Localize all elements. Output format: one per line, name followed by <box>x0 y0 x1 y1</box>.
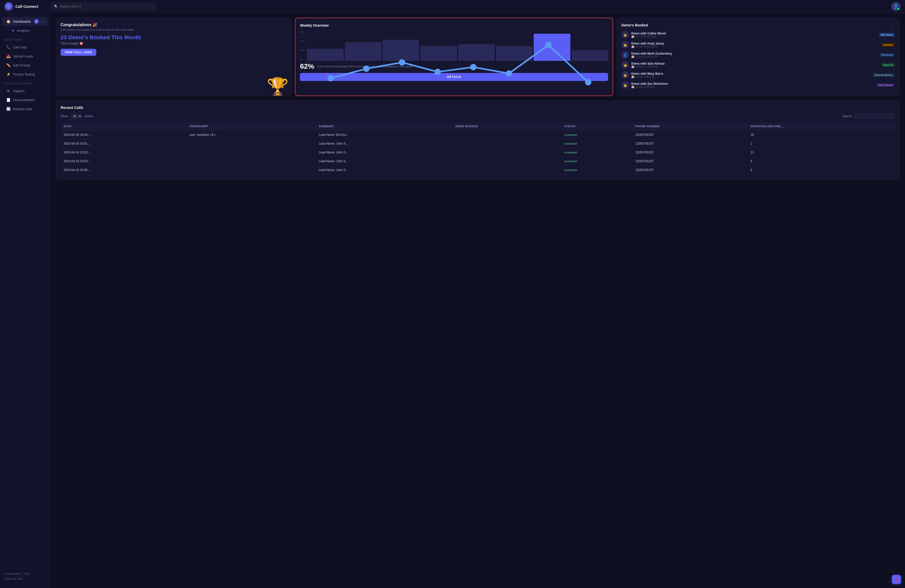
chart-y-labels: 90K 60K 30K 0K <box>300 31 305 61</box>
sidebar-item-call-logs[interactable]: 📞 Call Logs <box>2 43 48 51</box>
details-button[interactable]: DETAILS <box>300 73 608 81</box>
cell-duration-3: 9 <box>747 157 895 166</box>
demos-menu-icon[interactable]: ⋮ <box>890 22 895 28</box>
cell-summary-2: Lead Name: John S... <box>316 148 452 157</box>
call-logs-label: Call Logs <box>13 45 27 49</box>
bottom-right-button[interactable]: ❓ <box>892 575 901 584</box>
demos-title: Demo's Booked <box>621 23 890 27</box>
table-search-input[interactable] <box>854 113 895 119</box>
sidebar: 🏠 Dashboards 1 ▼ Analytics QUICK LINKS 📞… <box>0 13 50 588</box>
chart-bar-2 <box>383 40 419 61</box>
quick-links-label: QUICK LINKS <box>0 35 50 43</box>
demo-tag-3: Open AI <box>882 63 895 67</box>
table-row-0[interactable]: 2023-04-18 19:44:... user: assistant: Hi… <box>60 130 895 139</box>
show-select[interactable]: 10 25 50 <box>70 113 82 119</box>
weekly-header: Weekly Overview ⋮ <box>300 23 608 28</box>
table-header-row: DATE TRANSCRIPT SUMMARY DEMO BOOKED STAT… <box>60 122 895 130</box>
table-row-2[interactable]: 2023-04-19 10:02:... Lead Name: John S..… <box>60 148 895 157</box>
demo-avatar-5: 👨 <box>621 81 629 89</box>
sidebar-item-documentation[interactable]: 📄 Documentation <box>2 95 48 104</box>
cell-duration-1: 1 <box>747 139 895 148</box>
cell-date-0: 2023-04-18 19:44:... <box>60 130 186 139</box>
demo-time-3: 📅21 Jul | 11:30-12:00 <box>631 65 880 68</box>
demo-name-4: Demo with Mary Barra <box>631 72 870 75</box>
chart-bar-0 <box>307 49 343 61</box>
cell-status-4: completed <box>561 166 632 175</box>
sidebar-item-refresh-data[interactable]: 🔄 Refresh Data <box>2 105 48 113</box>
demo-item-2[interactable]: 👤 Demo with Mark Zuckerberg 📅21 Jul | 10… <box>621 51 895 59</box>
demo-item-3[interactable]: 🧑 Demo with Sam Altman 📅21 Jul | 11:30-1… <box>621 61 895 69</box>
cell-summary-3: Lead Name: John S... <box>316 157 452 166</box>
table-row-3[interactable]: 2023-04-19 10:03:... Lead Name: John S..… <box>60 157 895 166</box>
cell-date-3: 2023-04-19 10:03:... <box>60 157 186 166</box>
y-label-60k: 60K <box>300 40 304 43</box>
cell-phone-2: 12055781357 <box>632 148 747 157</box>
weekly-menu-icon[interactable]: ⋮ <box>603 23 608 28</box>
upload-icon: 📤 <box>6 54 11 58</box>
weekly-overview-card: Weekly Overview ⋮ 90K 60K 30K 0K <box>295 17 613 96</box>
question-icon: ❓ <box>894 577 899 582</box>
demo-info-2: Demo with Mark Zuckerberg 📅21 Jul | 10:4… <box>631 52 877 58</box>
calls-table: DATE TRANSCRIPT SUMMARY DEMO BOOKED STAT… <box>60 122 895 175</box>
demo-time-0: 📅21 Jul | 08:20-8:50 <box>631 35 877 38</box>
sidebar-item-support[interactable]: ⊕ Support <box>2 86 48 95</box>
search-right-label: Search: <box>842 114 853 118</box>
weekly-title: Weekly Overview <box>300 23 603 27</box>
user-avatar[interactable]: 👤 <box>891 2 900 11</box>
col-status: STATUS <box>561 122 632 130</box>
search-input[interactable] <box>60 5 153 8</box>
view-call-logs-button[interactable]: VIEW CALL LOGS <box>60 49 96 56</box>
cell-demo-booked-2 <box>452 148 561 157</box>
topbar-right: 👤 <box>891 2 900 11</box>
refresh-data-label: Refresh Data <box>13 107 32 111</box>
demo-item-1[interactable]: 👨 Demo with Andy Jassy 📅21 Jul | 10:10-1… <box>621 41 895 49</box>
refresh-icon: 🔄 <box>6 107 11 111</box>
table-row-1[interactable]: 2023-04-19 10:01:... Lead Name: John S..… <box>60 139 895 148</box>
upload-leads-label: Upload Leads <box>13 54 33 58</box>
sidebar-item-upload-leads[interactable]: 📤 Upload Leads <box>2 52 48 60</box>
weekly-chart: 90K 60K 30K 0K <box>300 31 608 61</box>
table-controls: Show 10 25 50 entries Search: <box>60 113 895 119</box>
cell-date-2: 2023-04-19 10:02:... <box>60 148 186 157</box>
edit-prompt-label: Edit Prompt <box>13 64 30 67</box>
sidebar-item-dashboards[interactable]: 🏠 Dashboards 1 ▼ <box>2 17 48 26</box>
demo-tag-1: Amazon <box>881 43 895 47</box>
sidebar-item-edit-prompt[interactable]: ✏️ Edit Prompt <box>2 61 48 70</box>
demo-tag-4: General Motors <box>873 73 895 77</box>
cell-demo-booked-1 <box>452 139 561 148</box>
main-content: Congratulations 🎉 Call Connect has saved… <box>50 13 905 588</box>
demo-name-1: Demo with Andy Jassy <box>631 42 879 45</box>
sidebar-item-analytics[interactable]: Analytics <box>2 26 48 35</box>
dashboards-label: Dashboards <box>13 20 31 23</box>
weekly-description: Call Connect has booked 35% more demo's … <box>317 65 608 68</box>
chart-bar-5 <box>496 46 532 61</box>
congrats-title: Congratulations 🎉 <box>60 22 287 27</box>
cell-demo-booked-0 <box>452 130 561 139</box>
demo-item-4[interactable]: 👩 Demo with Mary Barra 📅21 Jul | 1:00-1:… <box>621 71 895 79</box>
search-bar[interactable]: 🔍 <box>51 3 156 10</box>
col-summary: SUMMARY <box>316 122 452 130</box>
top-row: Congratulations 🎉 Call Connect has saved… <box>56 17 899 96</box>
cell-summary-0: Lead Name: N/A Em... <box>316 130 452 139</box>
cell-transcript-0: user: assistant: Hi t... <box>186 130 316 139</box>
home-icon: 🏠 <box>6 19 11 23</box>
search-icon: 🔍 <box>54 5 58 8</box>
demo-time-2: 📅21 Jul | 10:40-11:10 <box>631 55 877 58</box>
help-label: HELP AND SUPPORT <box>0 79 50 86</box>
app-name: Call Connect <box>15 4 38 8</box>
col-duration: DURATION (SECOND... <box>747 122 895 130</box>
cell-summary-4: Lead Name: John S... <box>316 166 452 175</box>
table-row-4[interactable]: 2023-04-19 10:05:... Lead Name: John S..… <box>60 166 895 175</box>
edit-icon: ✏️ <box>6 63 11 67</box>
demo-name-5: Demo with Zac Nicholson <box>631 82 873 86</box>
demo-name-0: Demo with Cathie Wood <box>631 32 877 35</box>
demos-booked-card: Demo's Booked ⋮ 👩 Demo with Cathie Wood … <box>617 17 899 96</box>
documentation-label: Documentation <box>13 98 35 102</box>
demo-item-5[interactable]: 👨 Demo with Zac Nicholson 📅21 Jul | 2:30… <box>621 81 895 89</box>
phone-icon: 📞 <box>6 45 11 49</box>
chart-bars <box>307 31 608 61</box>
analytics-label: Analytics <box>17 29 30 32</box>
demo-item-0[interactable]: 👩 Demo with Cathie Wood 📅21 Jul | 08:20-… <box>621 31 895 38</box>
congrats-percentage: 78% of target 🎯 <box>60 42 287 45</box>
sidebar-item-prompt-testing[interactable]: ⚡ Prompt Testing <box>2 70 48 78</box>
